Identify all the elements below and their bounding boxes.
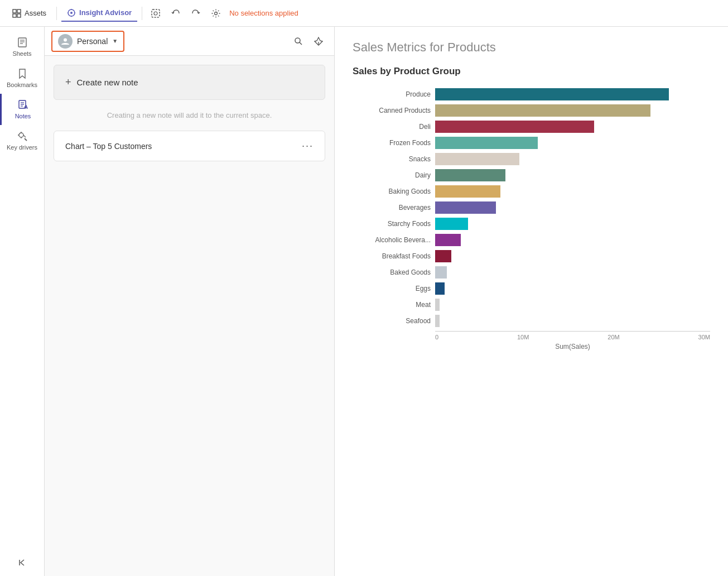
- bar-row: Meat: [353, 299, 710, 311]
- create-note-label: Create new note: [77, 78, 138, 87]
- collapse-button[interactable]: [11, 551, 34, 576]
- notes-icon: [17, 99, 28, 111]
- sidebar-item-bookmarks[interactable]: Bookmarks: [0, 63, 44, 94]
- bar-label: Eggs: [353, 285, 431, 292]
- svg-point-5: [70, 12, 73, 14]
- bar-label: Seafood: [353, 317, 431, 325]
- bar-label: Breakfast Foods: [353, 252, 431, 260]
- bar-track: [435, 250, 710, 262]
- bar-fill: [435, 153, 519, 165]
- bar-track: [435, 121, 710, 133]
- axis-ticks: 010M20M30M: [353, 334, 710, 340]
- search-icon: [294, 37, 303, 46]
- top-bar: Assets Insight Advisor: [0, 0, 728, 27]
- settings-button[interactable]: [207, 4, 225, 22]
- sheets-label: Sheets: [12, 50, 31, 57]
- bar-row: Canned Products: [353, 104, 710, 117]
- bar-row: Alcoholic Bevera...: [353, 234, 710, 246]
- forward-icon: [191, 8, 201, 18]
- insight-advisor-button[interactable]: Insight Advisor: [61, 5, 137, 22]
- bar-chart: ProduceCanned ProductsDeliFrozen FoodsSn…: [353, 88, 710, 332]
- svg-rect-13: [18, 38, 26, 47]
- axis-line: [353, 331, 710, 332]
- svg-point-11: [154, 12, 157, 15]
- svg-rect-1: [17, 9, 21, 13]
- bar-fill: [435, 137, 538, 149]
- bar-label: Baked Goods: [353, 268, 431, 276]
- bar-track: [435, 104, 710, 117]
- notes-pin-button[interactable]: [310, 32, 327, 50]
- personal-badge[interactable]: Personal ▼: [51, 31, 124, 52]
- sidebar-item-notes[interactable]: Notes: [0, 94, 44, 125]
- bar-track: [435, 299, 710, 311]
- svg-line-25: [23, 135, 26, 137]
- bar-fill: [435, 218, 468, 230]
- bar-track: [435, 266, 710, 279]
- bar-label: Alcoholic Bevera...: [353, 236, 431, 244]
- no-selections: No selections applied: [229, 9, 298, 17]
- axis-tick: 20M: [608, 334, 619, 340]
- bar-track: [435, 201, 710, 214]
- bar-fill: [435, 201, 496, 214]
- sidebar-item-key-drivers[interactable]: Key drivers: [0, 125, 44, 156]
- forward-button[interactable]: [187, 4, 205, 22]
- no-selections-label: No selections applied: [229, 9, 298, 17]
- bar-fill: [435, 282, 445, 295]
- main-content: Sheets Bookmarks Notes: [0, 27, 728, 576]
- chart-area: Sales Metrics for Products Sales by Prod…: [335, 27, 728, 576]
- bar-row: Beverages: [353, 201, 710, 214]
- svg-line-26: [25, 138, 27, 141]
- personal-avatar: [58, 34, 73, 49]
- notes-panel-header: Personal ▼: [45, 27, 334, 56]
- back-button[interactable]: [167, 4, 185, 22]
- notes-label: Notes: [15, 113, 31, 119]
- back-icon: [171, 8, 181, 18]
- bar-label: Starchy Foods: [353, 220, 431, 228]
- bar-row: Baked Goods: [353, 266, 710, 279]
- note-card[interactable]: Chart – Top 5 Customers ···: [54, 131, 325, 161]
- bar-row: Produce: [353, 88, 710, 100]
- notes-search-button[interactable]: [290, 32, 307, 50]
- collapse-icon: [17, 558, 27, 568]
- note-card-title: Chart – Top 5 Customers: [65, 142, 152, 151]
- bar-fill: [435, 250, 451, 262]
- bar-label: Meat: [353, 301, 431, 309]
- bar-fill: [435, 185, 500, 198]
- bar-label: Produce: [353, 90, 431, 98]
- axis-tick: 10M: [517, 334, 529, 340]
- svg-line-30: [300, 42, 302, 44]
- assets-icon: [12, 9, 21, 18]
- assets-button[interactable]: Assets: [7, 6, 52, 21]
- bar-fill: [435, 88, 669, 100]
- bar-track: [435, 315, 710, 327]
- sidebar-item-sheets[interactable]: Sheets: [0, 31, 44, 63]
- chevron-down-icon: ▼: [112, 38, 118, 44]
- notes-panel: Personal ▼: [45, 27, 335, 576]
- search-selections-icon: [151, 8, 161, 18]
- svg-rect-3: [17, 14, 21, 17]
- bar-row: Baking Goods: [353, 185, 710, 198]
- create-note-button[interactable]: + Create new note: [54, 65, 325, 100]
- bar-row: Starchy Foods: [353, 218, 710, 230]
- bar-label: Canned Products: [353, 107, 431, 114]
- chart-title: Sales Metrics for Products: [353, 40, 710, 55]
- svg-rect-10: [152, 9, 160, 17]
- pin-icon: [314, 37, 323, 46]
- axis-label: Sum(Sales): [353, 343, 710, 351]
- avatar-icon: [61, 37, 70, 46]
- bar-track: [435, 88, 710, 100]
- bar-track: [435, 234, 710, 246]
- bar-label: Deli: [353, 123, 431, 131]
- notes-panel-actions: [290, 32, 327, 50]
- search-selections-button[interactable]: [147, 4, 165, 22]
- bar-track: [435, 169, 710, 181]
- note-card-menu-button[interactable]: ···: [302, 140, 314, 152]
- assets-label: Assets: [25, 9, 46, 17]
- bar-label: Beverages: [353, 204, 431, 212]
- bar-fill: [435, 121, 594, 133]
- chart-subtitle: Sales by Product Group: [353, 66, 710, 77]
- settings-icon: [211, 8, 221, 18]
- svg-rect-0: [13, 9, 16, 13]
- key-drivers-label: Key drivers: [7, 144, 37, 151]
- bar-fill: [435, 169, 505, 181]
